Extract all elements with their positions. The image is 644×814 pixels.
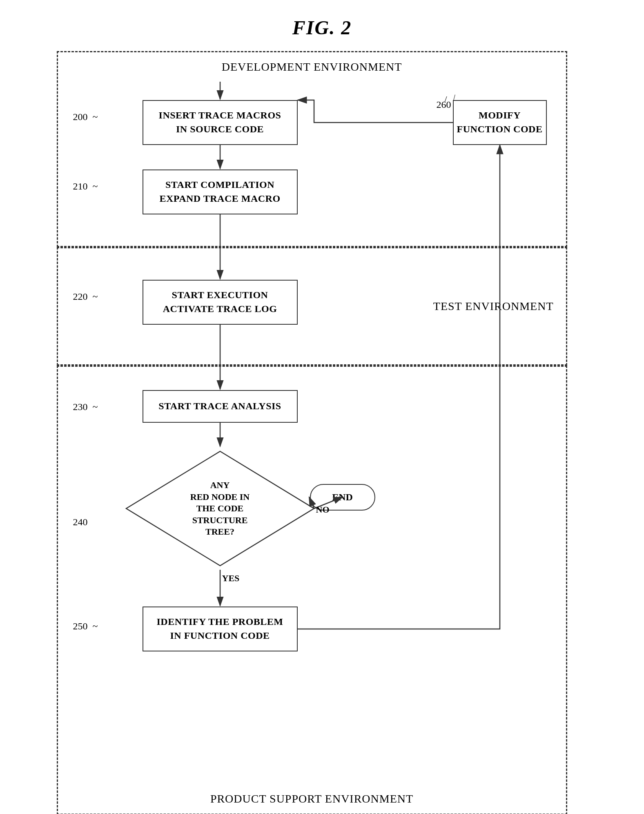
start-trace-analysis-box: START TRACE ANALYSIS (143, 390, 298, 423)
step-210-label: 210 (73, 181, 88, 192)
start-compilation-box: START COMPILATION EXPAND TRACE MACRO (143, 169, 298, 214)
test-env-label: TEST ENVIRONMENT (433, 298, 554, 314)
no-label: NO (316, 504, 330, 515)
step-240-label: 240 (73, 517, 88, 528)
step-210-tilde: ~ (93, 181, 98, 192)
insert-trace-macros-box: INSERT TRACE MACROS IN SOURCE CODE (143, 100, 298, 145)
step-250-label: 250 (73, 621, 88, 632)
start-execution-box: START EXECUTION ACTIVATE TRACE LOG (143, 280, 298, 325)
step-250-tilde: ~ (93, 621, 98, 632)
step-220-tilde: ~ (93, 291, 98, 302)
step-230-label: 230 (73, 401, 88, 413)
dev-env-label: DEVELOPMENT ENVIRONMENT (222, 60, 402, 74)
step-200-label: 200 (73, 112, 88, 123)
decision-diamond: ANY RED NODE IN THE CODE STRUCTURE TREE? (122, 447, 318, 570)
page-title: FIG. 2 (292, 16, 352, 39)
step-260-annotation: / (445, 94, 447, 105)
dev-env-boundary: DEVELOPMENT ENVIRONMENT (57, 51, 567, 247)
prod-env-boundary: PRODUCT SUPPORT ENVIRONMENT (57, 366, 567, 814)
identify-problem-box: IDENTIFY THE PROBLEM IN FUNCTION CODE (143, 607, 298, 651)
modify-function-code-box: MODIFY FUNCTION CODE (453, 100, 547, 145)
diamond-text: ANY RED NODE IN THE CODE STRUCTURE TREE? (179, 479, 261, 538)
test-env-boundary: TEST ENVIRONMENT (57, 247, 567, 366)
step-230-tilde: ~ (93, 401, 98, 413)
step-200-tilde: ~ (93, 112, 98, 123)
yes-label: YES (222, 573, 240, 584)
prod-env-label: PRODUCT SUPPORT ENVIRONMENT (210, 792, 413, 805)
step-260-number: 260 (437, 99, 451, 110)
step-220-label: 220 (73, 291, 88, 302)
